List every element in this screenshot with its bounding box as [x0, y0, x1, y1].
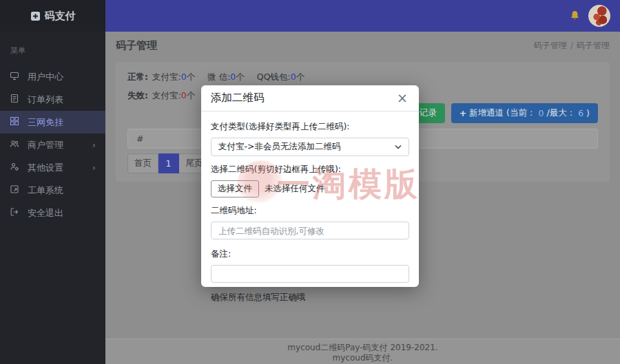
menu-section-label: 菜单	[0, 32, 105, 60]
app-logo[interactable]: 码支付	[0, 0, 105, 32]
payment-type-label: 支付类型(选择好类型再上传二维码):	[211, 121, 409, 133]
monitor-icon	[10, 71, 19, 83]
table-header-cell: #	[136, 133, 143, 144]
qr-url-label: 二维码地址:	[211, 205, 409, 217]
add-channel-button[interactable]: +新增通道 (当前：0/最大：6)	[451, 103, 598, 123]
pagination: 首页 1 尾页	[127, 153, 210, 173]
sidebar-item-label: 安全退出	[28, 207, 63, 220]
stats-row-normal: 正常: 支付宝:0个 微 信:0个 QQ钱包:0个	[127, 72, 317, 83]
topbar	[105, 0, 620, 32]
close-icon[interactable]: ×	[395, 92, 409, 105]
user-gear-icon	[10, 162, 19, 173]
modal-body: 支付类型(选择好类型再上传二维码): 支付宝->非会员无法添加二维码 选择二维码…	[201, 111, 419, 303]
sidebar-item-merchants[interactable]: 商户管理 ›	[0, 133, 105, 156]
sidebar-item-label: 其他设置	[28, 162, 63, 174]
bell-icon[interactable]	[570, 10, 580, 24]
remark-input[interactable]	[211, 265, 409, 283]
chevron-down-icon	[395, 144, 402, 149]
document-icon	[10, 94, 19, 105]
add-qr-modal: 添加二维码 × 支付类型(选择好类型再上传二维码): 支付宝->非会员无法添加二…	[201, 85, 419, 287]
sidebar-item-ticket-system[interactable]: 工单系统	[0, 179, 105, 202]
stat-alipay: 支付宝:0个	[152, 90, 195, 102]
modal-note: 确保所有信息填写正确哦	[211, 292, 409, 303]
app-title: 码支付	[45, 10, 76, 23]
qr-file-label: 选择二维码(剪切好边框再上传哦):	[211, 164, 409, 175]
sidebar-menu: 用户中心 订单列表 三网免挂 商户管理 › 其他设置 › 工单系统 安全退出	[0, 65, 105, 224]
breadcrumb-separator: /	[570, 41, 573, 50]
remark-label: 备注:	[211, 248, 409, 260]
logout-icon	[10, 207, 19, 219]
modal-header: 添加二维码 ×	[201, 85, 419, 111]
avatar[interactable]	[588, 5, 610, 27]
chevron-right-icon: ›	[92, 140, 96, 150]
chevron-right-icon: ›	[92, 162, 96, 173]
stat-alipay: 支付宝:0个	[152, 72, 195, 83]
pagination-page-1[interactable]: 1	[158, 153, 179, 173]
qr-url-input[interactable]	[211, 222, 409, 239]
sidebar-item-three-net[interactable]: 三网免挂	[0, 111, 105, 133]
sidebar: 码支付 菜单 用户中心 订单列表 三网免挂 商户管理 › 其他设置 › 工单系统	[0, 0, 105, 364]
ticket-icon	[10, 184, 19, 196]
breadcrumb-item[interactable]: 码子管理	[534, 41, 567, 50]
payment-type-selected-value: 支付宝->非会员无法添加二维码	[218, 141, 340, 153]
choose-file-button[interactable]: 选择文件	[211, 180, 259, 197]
stats-label: 失效:	[127, 90, 152, 102]
logo-plus-square-icon	[30, 11, 41, 21]
sidebar-item-label: 工单系统	[28, 184, 63, 197]
footer-line-1: mycoud二维码Pay-码支付 2019-2021.	[105, 343, 620, 353]
page-head: 码子管理 码子管理/码子管理	[116, 39, 610, 52]
file-input-row: 选择文件 未选择任何文件	[211, 180, 409, 197]
sidebar-item-label: 用户中心	[28, 71, 63, 83]
plus-icon: +	[459, 108, 466, 118]
stat-qq-wallet: QQ钱包:0个	[257, 72, 304, 83]
sidebar-item-user-center[interactable]: 用户中心	[0, 65, 105, 88]
modal-title: 添加二维码	[211, 91, 265, 105]
sidebar-item-logout[interactable]: 安全退出	[0, 202, 105, 224]
page-title: 码子管理	[116, 39, 157, 52]
grid-icon	[10, 116, 19, 128]
pagination-first[interactable]: 首页	[127, 153, 158, 173]
breadcrumb-item-current: 码子管理	[577, 41, 610, 50]
stats-label: 正常:	[127, 72, 152, 83]
sidebar-item-label: 三网免挂	[28, 116, 63, 129]
sidebar-item-label: 订单列表	[28, 94, 63, 106]
stat-wechat: 微 信:0个	[207, 72, 245, 83]
sidebar-item-other-settings[interactable]: 其他设置 ›	[0, 156, 105, 179]
file-status-text: 未选择任何文件	[265, 183, 325, 195]
payment-type-select[interactable]: 支付宝->非会员无法添加二维码	[211, 138, 409, 156]
footer: mycoud二维码Pay-码支付 2019-2021. mycoud码支付.	[105, 339, 620, 364]
footer-line-2: mycoud码支付.	[105, 353, 620, 363]
sidebar-item-order-list[interactable]: 订单列表	[0, 88, 105, 111]
sidebar-item-label: 商户管理	[28, 139, 63, 151]
users-icon	[10, 139, 19, 151]
breadcrumb: 码子管理/码子管理	[534, 40, 610, 52]
